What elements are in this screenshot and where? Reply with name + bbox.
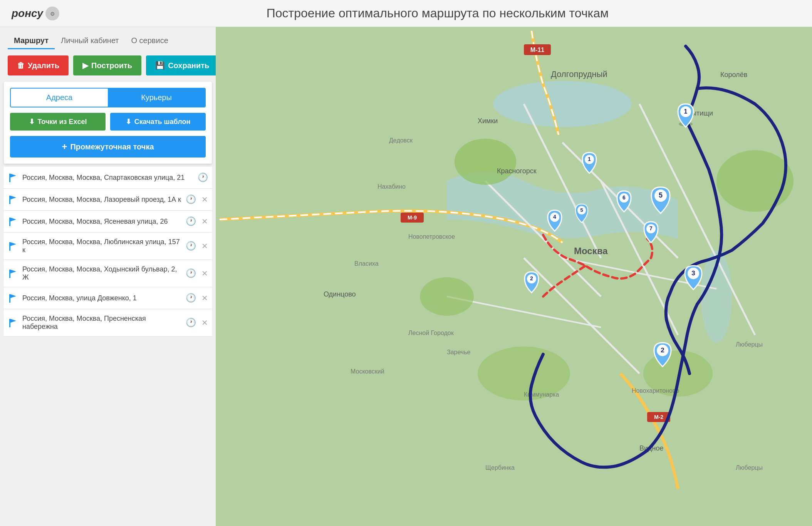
close-icon[interactable]: ✕ xyxy=(201,217,208,226)
svg-rect-6 xyxy=(9,218,10,226)
svg-text:6: 6 xyxy=(622,194,626,201)
delete-button[interactable]: 🗑 Удалить xyxy=(8,55,69,75)
svg-text:3: 3 xyxy=(691,270,695,277)
svg-rect-8 xyxy=(9,242,10,251)
close-icon[interactable]: ✕ xyxy=(201,241,208,251)
clock-icon[interactable]: 🕐 xyxy=(198,173,208,183)
svg-text:Нахабино: Нахабино xyxy=(377,183,406,190)
tab-couriers[interactable]: Курьеры xyxy=(108,89,205,107)
list-item: Россия, Москва, Москва, Лазоревый проезд… xyxy=(4,189,212,211)
svg-rect-4 xyxy=(9,196,10,204)
svg-rect-10 xyxy=(9,270,10,278)
clock-icon[interactable]: 🕐 xyxy=(186,268,196,278)
svg-text:Власиха: Власиха xyxy=(354,260,379,267)
svg-text:Дедовск: Дедовск xyxy=(389,137,413,144)
nav-tabs: Маршрут Личный кабинет О сервисе xyxy=(0,27,216,49)
flag-icon xyxy=(8,293,18,303)
svg-marker-9 xyxy=(10,242,16,246)
save-label: Сохранить xyxy=(168,61,209,70)
flag-icon xyxy=(8,216,18,227)
svg-marker-15 xyxy=(10,319,16,323)
list-item: Россия, Москва, Москва, Спартаковская ул… xyxy=(4,167,212,189)
svg-text:Люберцы: Люберцы xyxy=(736,464,763,471)
svg-text:7: 7 xyxy=(649,225,653,231)
clock-icon[interactable]: 🕐 xyxy=(186,318,196,328)
svg-text:Химки: Химки xyxy=(478,117,498,125)
logo: ронсу ⚙ xyxy=(12,7,59,20)
svg-text:Одинцово: Одинцово xyxy=(324,290,356,298)
save-button[interactable]: 💾 Сохранить xyxy=(146,55,218,75)
svg-text:1: 1 xyxy=(588,156,591,162)
excel-button[interactable]: ⬇ Точки из Excel xyxy=(10,113,106,131)
flag-icon xyxy=(8,241,18,251)
header: ронсу ⚙ Построение оптимального маршрута… xyxy=(0,0,812,27)
logo-icon: ⚙ xyxy=(45,7,59,20)
tab-about[interactable]: О сервисе xyxy=(125,33,174,49)
panel-box: Адреса Курьеры ⬇ Точки из Excel ⬇ Скачат… xyxy=(4,82,212,164)
svg-text:2: 2 xyxy=(530,275,533,281)
address-text: Россия, Москва, Москва, Лазоревый проезд… xyxy=(22,196,182,204)
svg-marker-5 xyxy=(10,196,16,199)
svg-text:5: 5 xyxy=(580,207,583,213)
add-point-label: Промежуточная точка xyxy=(70,142,154,151)
svg-text:Лесной Городок: Лесной Городок xyxy=(408,330,454,336)
tab-addresses[interactable]: Адреса xyxy=(11,89,108,107)
svg-text:1: 1 xyxy=(684,108,688,115)
tab-cabinet[interactable]: Личный кабинет xyxy=(55,33,125,49)
address-text: Россия, Москва, Москва, Пресненская набе… xyxy=(22,315,182,331)
svg-text:Красногорск: Красногорск xyxy=(497,167,537,175)
main-layout: Маршрут Личный кабинет О сервисе 🗑 Удали… xyxy=(0,27,812,526)
svg-text:5: 5 xyxy=(659,191,663,199)
sub-buttons: ⬇ Точки из Excel ⬇ Скачать шаблон xyxy=(10,113,206,131)
clock-icon[interactable]: 🕐 xyxy=(186,293,196,303)
toggle-tabs: Адреса Курьеры xyxy=(10,88,206,107)
svg-text:Москва: Москва xyxy=(574,246,608,256)
tab-marshrut[interactable]: Маршрут xyxy=(8,33,55,49)
svg-text:Долгопрудный: Долгопрудный xyxy=(551,69,607,79)
address-text: Россия, Москва, Москва, Спартаковская ул… xyxy=(22,174,194,182)
svg-text:М-2: М-2 xyxy=(654,414,663,420)
svg-marker-11 xyxy=(10,270,16,273)
list-item: Россия, Москва, Москва, Ясеневая улица, … xyxy=(4,211,212,233)
template-button[interactable]: ⬇ Скачать шаблон xyxy=(110,113,206,131)
svg-point-19 xyxy=(455,139,516,185)
svg-text:М-11: М-11 xyxy=(530,47,545,53)
svg-text:Люберцы: Люберцы xyxy=(736,341,763,348)
svg-point-21 xyxy=(420,277,474,316)
flag-icon xyxy=(8,194,18,205)
svg-rect-2 xyxy=(9,174,10,182)
clock-icon[interactable]: 🕐 xyxy=(186,241,196,251)
close-icon[interactable]: ✕ xyxy=(201,293,208,303)
list-item: Россия, Москва, Москва, Ходынский бульва… xyxy=(4,260,212,287)
add-point-button[interactable]: + Промежуточная точка xyxy=(10,136,206,157)
list-item: Россия, Москва, Москва, Пресненская набе… xyxy=(4,309,212,337)
map-area[interactable]: Долгопрудный Королёв Мытищи Химки Красно… xyxy=(216,27,812,526)
download-excel-icon: ⬇ xyxy=(29,117,35,126)
svg-rect-12 xyxy=(9,294,10,303)
address-text: Россия, Москва, Москва, Ходынский бульва… xyxy=(22,265,182,281)
logo-text: ронсу xyxy=(12,7,43,20)
action-buttons: 🗑 Удалить ▶ Построить 💾 Сохранить xyxy=(0,49,216,82)
page-title: Построение оптимального маршрута по неск… xyxy=(75,6,800,20)
delete-label: Удалить xyxy=(28,61,59,70)
download-template-icon: ⬇ xyxy=(126,117,131,126)
clock-icon[interactable]: 🕐 xyxy=(186,194,196,204)
flag-icon xyxy=(8,317,18,328)
close-icon[interactable]: ✕ xyxy=(201,269,208,278)
close-icon[interactable]: ✕ xyxy=(201,195,208,204)
close-icon[interactable]: ✕ xyxy=(201,318,208,327)
svg-point-17 xyxy=(493,81,632,127)
address-list: Россия, Москва, Москва, Спартаковская ул… xyxy=(0,164,216,526)
build-button[interactable]: ▶ Построить xyxy=(73,55,141,75)
build-label: Построить xyxy=(91,61,132,70)
flag-icon xyxy=(8,268,18,279)
clock-icon[interactable]: 🕐 xyxy=(186,216,196,226)
list-item: Россия, Москва, улица Довженко, 1 🕐 ✕ xyxy=(4,287,212,309)
svg-text:Королёв: Королёв xyxy=(720,71,747,79)
svg-text:Новопетровское: Новопетровское xyxy=(408,233,455,240)
svg-text:Щербинка: Щербинка xyxy=(485,464,515,471)
svg-rect-14 xyxy=(9,319,10,327)
excel-label: Точки из Excel xyxy=(38,118,87,126)
svg-marker-7 xyxy=(10,218,16,221)
save-icon: 💾 xyxy=(155,61,165,70)
